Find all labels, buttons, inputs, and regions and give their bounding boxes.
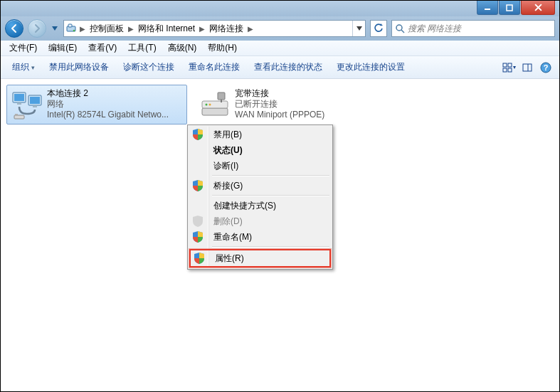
ctx-delete-label: 删除(D) [213, 216, 243, 228]
ctx-rename-label: 重命名(M) [213, 231, 252, 243]
svg-line-6 [401, 30, 404, 33]
breadcrumb-network-internet[interactable]: 网络和 Internet [135, 21, 198, 36]
svg-rect-0 [485, 9, 490, 10]
svg-rect-20 [33, 105, 37, 107]
connection-item-broadband[interactable]: 宽带连接 已断开连接 WAN Miniport (PPPOE) [194, 85, 375, 125]
search-placeholder: 搜索 网络连接 [408, 23, 461, 35]
menu-bar: 文件(F) 编辑(E) 查看(V) 工具(T) 高级(N) 帮助(H) [1, 41, 559, 56]
ctx-delete: 删除(D) [189, 213, 331, 229]
shield-icon [194, 253, 204, 264]
connection-status: 网络 [47, 99, 182, 110]
shield-icon [193, 231, 203, 243]
breadcrumb-chevron-icon: ▶ [246, 25, 255, 33]
location-icon [64, 23, 78, 34]
menu-edit[interactable]: 编辑(E) [43, 41, 83, 55]
breadcrumb-chevron-icon: ▶ [78, 25, 87, 33]
cmd-rename[interactable]: 重命名此连接 [181, 56, 247, 78]
connection-device: Intel(R) 82574L Gigabit Netwo... [47, 110, 182, 120]
connection-item-local[interactable]: 本地连接 2 网络 Intel(R) 82574L Gigabit Netwo.… [6, 85, 187, 125]
ctx-disable-label: 禁用(B) [213, 129, 242, 141]
back-button[interactable] [5, 19, 23, 38]
cmd-organize[interactable]: 组织 [5, 56, 42, 78]
svg-rect-1 [507, 5, 512, 11]
cmd-status[interactable]: 查看此连接的状态 [247, 56, 329, 78]
ctx-disable[interactable]: 禁用(B) [189, 127, 331, 142]
navigation-bar: ▶ 控制面板 ▶ 网络和 Internet ▶ 网络连接 ▶ 搜索 网络连接 [1, 16, 559, 41]
menu-help[interactable]: 帮助(H) [202, 41, 243, 55]
svg-rect-27 [218, 92, 225, 100]
cmd-change-settings[interactable]: 更改此连接的设置 [329, 56, 412, 78]
svg-point-25 [206, 104, 208, 106]
breadcrumb-network-connections[interactable]: 网络连接 [206, 21, 246, 36]
search-box[interactable]: 搜索 网络连接 [391, 20, 555, 37]
ctx-status-label: 状态(U) [213, 144, 243, 157]
view-mode-button[interactable] [500, 58, 518, 77]
breadcrumb-chevron-icon: ▶ [198, 25, 206, 33]
svg-rect-19 [30, 97, 40, 104]
ctx-properties[interactable]: 属性(R) [189, 249, 331, 267]
ctx-diagnose[interactable]: 诊断(I) [189, 158, 331, 174]
svg-rect-16 [14, 94, 24, 101]
svg-rect-11 [523, 64, 532, 71]
svg-rect-10 [508, 68, 512, 72]
shield-icon [193, 180, 203, 191]
ctx-shortcut-label: 创建快捷方式(S) [213, 200, 276, 212]
svg-rect-8 [508, 63, 512, 67]
menu-advanced[interactable]: 高级(N) [162, 41, 203, 55]
context-menu: 禁用(B) 状态(U) 诊断(I) 桥接(G) 创建快捷方式(S) 删除(D) [187, 125, 333, 270]
svg-rect-9 [503, 68, 507, 72]
ethernet-icon [10, 88, 44, 122]
svg-rect-3 [68, 24, 72, 27]
maximize-button[interactable] [499, 1, 520, 15]
ctx-properties-label: 属性(R) [215, 253, 244, 265]
svg-text:?: ? [544, 63, 549, 72]
window-controls [476, 1, 555, 15]
connection-name: 宽带连接 [235, 88, 370, 99]
ctx-create-shortcut[interactable]: 创建快捷方式(S) [189, 198, 331, 213]
svg-point-26 [209, 104, 211, 106]
breadcrumb-control-panel[interactable]: 控制面板 [87, 21, 127, 36]
ctx-bridge[interactable]: 桥接(G) [189, 178, 331, 194]
ctx-status[interactable]: 状态(U) [189, 142, 331, 158]
connection-text: 本地连接 2 网络 Intel(R) 82574L Gigabit Netwo.… [47, 88, 182, 121]
connection-status: 已断开连接 [235, 99, 370, 110]
forward-button[interactable] [28, 19, 46, 38]
preview-pane-button[interactable] [518, 58, 537, 77]
close-button[interactable] [521, 1, 555, 15]
ctx-rename[interactable]: 重命名(M) [189, 229, 331, 245]
command-bar: 组织 禁用此网络设备 诊断这个连接 重命名此连接 查看此连接的状态 更改此连接的… [1, 56, 559, 79]
refresh-button[interactable] [370, 20, 387, 37]
svg-point-5 [396, 25, 402, 31]
minimize-button[interactable] [477, 1, 498, 15]
title-bar [1, 1, 559, 16]
cmd-diagnose[interactable]: 诊断这个连接 [116, 56, 181, 78]
connection-name: 本地连接 2 [47, 88, 182, 99]
breadcrumb-chevron-icon: ▶ [127, 25, 135, 33]
help-button[interactable]: ? [537, 58, 555, 77]
svg-point-4 [73, 30, 75, 32]
ctx-diagnose-label: 诊断(I) [213, 160, 238, 172]
svg-rect-22 [15, 114, 18, 116]
history-dropdown[interactable] [51, 21, 59, 36]
connection-device: WAN Miniport (PPPOE) [235, 110, 370, 120]
address-bar[interactable]: ▶ 控制面板 ▶ 网络和 Internet ▶ 网络连接 ▶ [63, 20, 366, 37]
connection-text: 宽带连接 已断开连接 WAN Miniport (PPPOE) [235, 88, 370, 121]
shield-icon [193, 129, 203, 140]
svg-rect-7 [503, 63, 507, 67]
window-frame: ▶ 控制面板 ▶ 网络和 Internet ▶ 网络连接 ▶ 搜索 网络连接 文… [0, 0, 560, 392]
menu-tools[interactable]: 工具(T) [122, 41, 162, 55]
modem-icon [198, 88, 232, 122]
address-dropdown[interactable] [352, 21, 365, 36]
shield-icon [193, 216, 203, 227]
svg-rect-23 [202, 108, 228, 115]
svg-rect-17 [17, 102, 21, 105]
menu-view[interactable]: 查看(V) [83, 41, 122, 55]
search-icon [392, 23, 408, 33]
cmd-disable-device[interactable]: 禁用此网络设备 [42, 56, 116, 78]
menu-file[interactable]: 文件(F) [4, 41, 43, 55]
ctx-bridge-label: 桥接(G) [213, 180, 243, 192]
